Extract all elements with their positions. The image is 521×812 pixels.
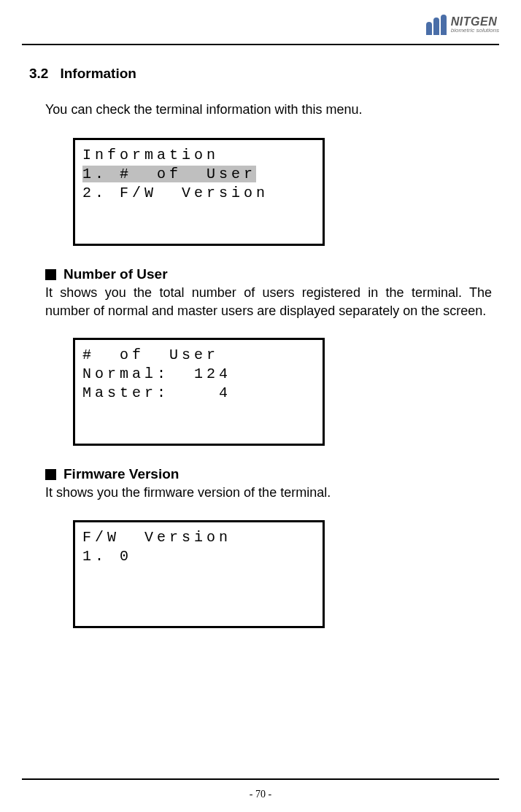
lcd-screen-information: Information 1. # of User 2. F/W Version <box>73 138 325 246</box>
lcd-line: F/W Version <box>82 528 315 547</box>
bullet-square-icon <box>45 469 56 480</box>
logo: NITGEN biometric solutions <box>426 15 499 35</box>
lcd-line: Information <box>82 146 315 165</box>
footer-divider <box>22 778 499 780</box>
lcd-line: 2. F/W Version <box>82 184 315 203</box>
lcd-line: Master: 4 <box>82 384 315 403</box>
lcd-line: 1. 0 <box>82 547 315 566</box>
subsection-heading: Number of User <box>45 266 492 282</box>
lcd-screen-firmware: F/W Version 1. 0 <box>73 520 325 628</box>
section-title: Information <box>60 66 136 82</box>
subsection-title: Firmware Version <box>63 466 179 482</box>
page-number: - 70 - <box>0 789 521 812</box>
page-header: NITGEN biometric solutions <box>0 0 521 44</box>
logo-bars-icon <box>426 15 447 35</box>
page-content: 3.2 Information You can check the termin… <box>0 45 521 628</box>
logo-tagline: biometric solutions <box>451 28 499 34</box>
section-number: 3.2 <box>29 66 48 82</box>
lcd-screen-user-count: # of User Normal: 124 Master: 4 <box>73 338 325 446</box>
lcd-line: Normal: 124 <box>82 365 315 384</box>
section-heading: 3.2 Information <box>29 66 492 82</box>
intro-text: You can check the terminal information w… <box>45 102 492 117</box>
page-footer: - 70 - <box>0 778 521 812</box>
subsection-description: It shows you the firmware version of the… <box>45 484 492 502</box>
lcd-line: # of User <box>82 346 315 365</box>
logo-name: NITGEN <box>451 16 499 28</box>
subsection-description: It shows you the total number of users r… <box>45 284 492 320</box>
logo-text: NITGEN biometric solutions <box>451 16 499 34</box>
lcd-line-highlighted: 1. # of User <box>82 165 315 184</box>
subsection-heading: Firmware Version <box>45 466 492 482</box>
bullet-square-icon <box>45 269 56 280</box>
subsection-title: Number of User <box>63 266 168 282</box>
